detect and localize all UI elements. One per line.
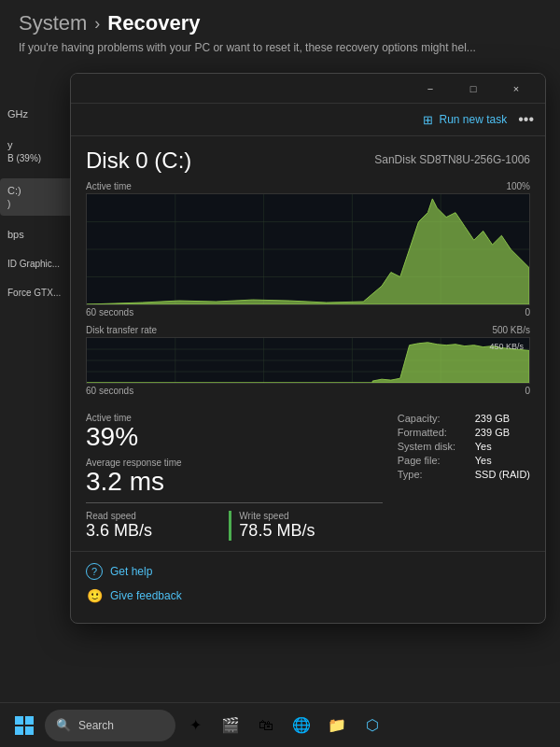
- type-value: SSD (RAID): [475, 469, 530, 480]
- avg-response-stat: Average response time 3.2 ms: [86, 458, 383, 497]
- tm-main: ⊞ Run new task ••• Disk 0 (C:) SanDisk S…: [71, 104, 545, 623]
- taskbar-media-icon[interactable]: 🎬: [215, 710, 246, 741]
- window-controls: − □ ×: [409, 74, 538, 104]
- give-feedback-link[interactable]: 🙂 Give feedback: [86, 587, 530, 604]
- breadcrumb-system: System: [19, 11, 87, 35]
- sidebar-item-gpu1[interactable]: ID Graphic...: [0, 253, 75, 275]
- system-disk-row: System disk: Yes: [398, 441, 530, 452]
- svg-rect-16: [15, 716, 23, 725]
- disk-model: SanDisk SD8TN8U-256G-1006: [374, 153, 530, 166]
- active-time-stat-value: 39%: [86, 423, 383, 452]
- stats-grid: Active time 39% Average response time 3.…: [86, 413, 530, 541]
- write-speed-label: Write speed: [239, 511, 371, 521]
- disk-header: Disk 0 (C:) SanDisk SD8TN8U-256G-1006: [86, 148, 530, 174]
- more-options-button[interactable]: •••: [518, 111, 534, 128]
- taskbar-search[interactable]: 🔍 Search: [45, 710, 175, 741]
- svg-marker-7: [87, 199, 529, 304]
- write-speed-item: Write speed 78.5 MB/s: [229, 511, 382, 541]
- sidebar-item-gpu2[interactable]: Force GTX...: [0, 282, 75, 303]
- type-label: Type:: [398, 469, 468, 480]
- active-time-label: Active time: [86, 181, 132, 191]
- run-new-task-button[interactable]: ⊞ Run new task: [423, 113, 507, 127]
- transfer-rate-chart: 450 KB/s: [86, 337, 530, 384]
- get-help-label: Get help: [110, 565, 152, 578]
- capacity-value: 239 GB: [475, 413, 510, 424]
- active-time-svg: [87, 194, 529, 304]
- svg-marker-15: [87, 343, 529, 383]
- close-button[interactable]: ×: [495, 74, 538, 104]
- get-help-link[interactable]: ? Get help: [86, 563, 530, 580]
- type-row: Type: SSD (RAID): [398, 469, 530, 480]
- sidebar-item-memory[interactable]: yB (39%): [0, 133, 75, 171]
- start-button[interactable]: [7, 709, 41, 742]
- right-stats-col: Capacity: 239 GB Formatted: 239 GB Syste…: [398, 413, 530, 541]
- tm-content: ⊞ Run new task ••• Disk 0 (C:) SanDisk S…: [71, 104, 545, 623]
- active-time-chart-section: Active time 100%: [86, 181, 530, 317]
- give-feedback-label: Give feedback: [110, 589, 182, 602]
- active-time-stat: Active time 39%: [86, 413, 383, 452]
- active-time-chart: [86, 193, 530, 305]
- active-time-max: 100%: [506, 181, 530, 191]
- transfer-annotation: 450 KB/s: [489, 342, 524, 351]
- sidebar-item-disk[interactable]: C:)): [0, 178, 75, 217]
- active-time-label-row: Active time 100%: [86, 181, 530, 191]
- subtitle-text: If you're having problems with your PC o…: [19, 41, 541, 54]
- read-speed-item: Read speed 3.6 MB/s: [86, 511, 229, 541]
- taskbar-widgets-icon[interactable]: ✦: [179, 710, 211, 741]
- active-time-seconds: 60 seconds: [86, 307, 133, 317]
- svg-rect-18: [15, 726, 23, 735]
- write-speed-value: 78.5 MB/s: [239, 521, 371, 541]
- taskbar-browser-icon[interactable]: 🌐: [286, 710, 317, 741]
- read-speed-value: 3.6 MB/s: [86, 521, 217, 541]
- get-help-icon: ?: [86, 563, 103, 580]
- stat-col-left: Active time 39% Average response time 3.…: [86, 413, 383, 541]
- sidebar-items: GHz yB (39%) C:)) bps ID Graphic... Forc…: [0, 103, 75, 311]
- taskbar-files-icon[interactable]: 📁: [321, 710, 353, 741]
- breadcrumb-area: System › Recovery If you're having probl…: [0, 0, 560, 54]
- tm-toolbar: ⊞ Run new task •••: [71, 104, 545, 136]
- transfer-rate-min: 0: [525, 386, 530, 396]
- active-time-footer: 60 seconds 0: [86, 307, 530, 317]
- maximize-button[interactable]: □: [452, 74, 495, 104]
- transfer-rate-seconds: 60 seconds: [86, 386, 133, 396]
- minimize-button[interactable]: −: [409, 74, 452, 104]
- transfer-rate-label-row: Disk transfer rate 500 KB/s: [86, 325, 530, 335]
- read-speed-label: Read speed: [86, 511, 217, 521]
- window-titlebar: − □ ×: [71, 74, 545, 104]
- run-new-task-label: Run new task: [439, 113, 507, 126]
- disk-title: Disk 0 (C:): [86, 148, 191, 174]
- avg-response-value: 3.2 ms: [86, 468, 383, 497]
- disk-area: Disk 0 (C:) SanDisk SD8TN8U-256G-1006 Ac…: [71, 136, 545, 551]
- search-label: Search: [78, 719, 114, 732]
- breadcrumb-separator: ›: [94, 14, 100, 34]
- capacity-row: Capacity: 239 GB: [398, 413, 530, 424]
- taskbar-store-icon[interactable]: 🛍: [250, 710, 282, 741]
- windows-logo-icon: [15, 716, 34, 735]
- breadcrumb: System › Recovery: [19, 11, 541, 35]
- help-links: ? Get help 🙂 Give feedback: [71, 551, 545, 623]
- formatted-row: Formatted: 239 GB: [398, 427, 530, 438]
- transfer-rate-footer: 60 seconds 0: [86, 386, 530, 396]
- speed-grid: Read speed 3.6 MB/s Write speed 78.5 MB/…: [86, 502, 383, 541]
- svg-rect-19: [25, 726, 34, 735]
- capacity-label: Capacity:: [398, 413, 468, 424]
- page-file-label: Page file:: [398, 455, 468, 466]
- transfer-rate-label: Disk transfer rate: [86, 325, 157, 335]
- page-file-row: Page file: Yes: [398, 455, 530, 466]
- system-disk-label: System disk:: [398, 441, 468, 452]
- sidebar-item-ghz[interactable]: GHz: [0, 103, 75, 125]
- sidebar-item-bps[interactable]: bps: [0, 223, 75, 246]
- search-icon: 🔍: [56, 718, 71, 732]
- transfer-rate-svg: [87, 338, 529, 383]
- formatted-label: Formatted:: [398, 427, 468, 438]
- formatted-value: 239 GB: [475, 427, 510, 438]
- run-task-icon: ⊞: [423, 113, 433, 127]
- taskbar: 🔍 Search ✦ 🎬 🛍 🌐 📁 ⬡: [0, 702, 560, 747]
- taskbar-extra-icon[interactable]: ⬡: [357, 710, 388, 741]
- active-time-min: 0: [525, 307, 530, 317]
- breadcrumb-current: Recovery: [107, 11, 200, 35]
- svg-rect-17: [25, 716, 34, 725]
- task-manager-window: − □ × ⊞ Run new task ••• Disk 0 (C:) San…: [70, 73, 546, 624]
- give-feedback-icon: 🙂: [86, 587, 103, 604]
- page-file-value: Yes: [475, 455, 492, 466]
